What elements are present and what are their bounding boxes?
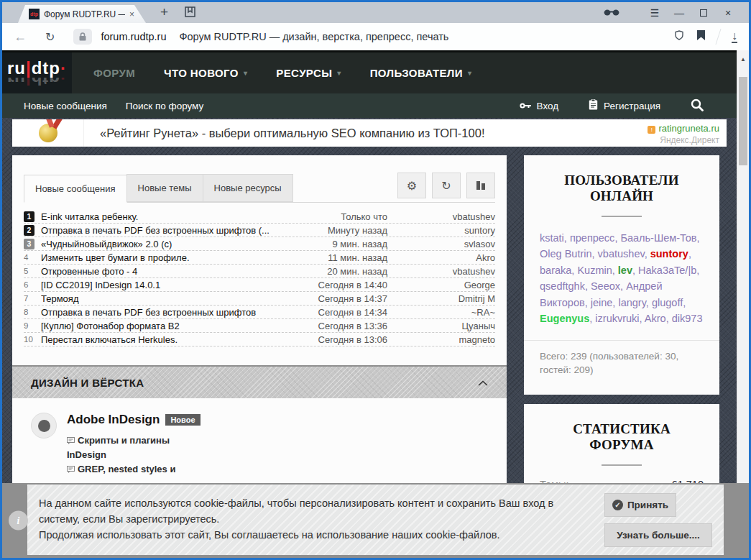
protect-icon[interactable] [674,30,684,43]
cookie-overlay: i На данном сайте используются cookie-фа… [2,483,749,558]
login-link[interactable]: Вход [520,101,559,111]
nav-whats-new[interactable]: ЧТО НОВОГО▾ [164,67,247,79]
url-domain[interactable]: forum.rudtp.ru [101,31,166,42]
thread-user-link[interactable]: George [387,280,495,290]
online-users-title: ПОЛЬЗОВАТЕЛИ ОНЛАЙН [540,173,704,204]
subnav-search-forum[interactable]: Поиск по форуму [126,101,203,111]
online-user-link[interactable]: Haka3aTe/|b [638,265,696,276]
thread-user-link[interactable]: Akro [387,252,495,263]
nav-resources[interactable]: РЕСУРСЫ▾ [276,67,341,79]
ad-text[interactable]: «Рейтинг Рунета» - выбери оптимальную SE… [100,127,604,140]
category-header[interactable]: ДИЗАЙН И ВЁРСТКА [12,365,507,398]
tab-new-resources[interactable]: Новые ресурсы [203,174,293,202]
thread-title-link[interactable]: Изменить цвет бумаги в профиле. [41,252,278,263]
online-user-link[interactable]: vbatushev [598,248,645,260]
ssl-lock-icon[interactable] [73,29,92,45]
bookmark-flag-icon[interactable] [697,30,705,43]
register-link[interactable]: Регистрация [589,99,660,112]
thread-title-link[interactable]: [ID CC2019] InDesign 14.0.1 [41,280,278,290]
chevron-down-icon: ▾ [337,69,341,77]
online-user-link[interactable]: suntory [650,248,688,260]
nav-members[interactable]: ПОЛЬЗОВАТЕЛИ▾ [370,67,472,79]
online-user-link[interactable]: Oleg Butrin [540,248,592,260]
layout-columns-button[interactable] [466,173,495,198]
thread-user-link[interactable]: svlasov [387,239,495,249]
online-user-link[interactable]: glugoff [652,297,683,308]
thread-number: 5 [24,267,41,275]
online-user-link[interactable]: препресс [570,232,614,244]
back-button[interactable]: ← [14,29,27,45]
online-user-link[interactable]: qsedftghk [540,280,585,292]
addressbar-divider [715,29,721,45]
browser-window: dtp Форум RUDTP.RU — диз × + ☰ — × ← ↻ f… [0,0,751,560]
thread-user-link[interactable]: suntory [387,225,495,236]
scroll-up-arrow[interactable]: ▲ [737,50,749,63]
thread-time: Только что [278,211,387,222]
node-title[interactable]: Adobe InDesign [67,413,160,427]
online-user-link[interactable]: Бааль-Шем-Тов [620,232,696,244]
page-scrollbar[interactable]: ▲ [737,50,749,558]
thread-user-link[interactable]: Цуаныч [387,321,495,331]
thread-number: 10 [24,335,41,344]
thread-time: Сегодня в 14:40 [278,280,387,290]
thread-user-link[interactable]: Dmitrij M [387,293,495,304]
online-user-link[interactable]: Eugenyus [540,313,589,324]
thread-title-link[interactable]: Перестал включаться Herkules. [41,334,278,345]
forum-node: Adobe InDesign Новое Скрипты и плагины I… [24,398,495,477]
thread-user-link[interactable]: magneto [387,334,495,345]
thread-user-link[interactable]: ~RA~ [387,307,495,318]
online-user-link[interactable]: lev [618,265,632,276]
search-icon[interactable] [691,98,704,114]
online-user-link[interactable]: jeine [591,297,613,308]
window-close-button[interactable]: × [716,7,740,19]
thread-title-link[interactable]: Термояд [41,293,278,304]
refresh-button[interactable]: ↻ [432,173,461,198]
thread-user-link[interactable]: vbatushev [387,211,495,222]
thread-user-link[interactable]: vbatushev [387,266,495,277]
cookie-accept-button[interactable]: ✓Принять [604,493,676,517]
site-header: ru|dtp· ru|dtp· ФОРУМ ЧТО НОВОГО▾ РЕСУРС… [2,52,737,93]
maximize-button[interactable] [691,7,716,19]
cookie-learn-more-button[interactable]: Узнать больше.... [604,523,712,547]
incognito-glasses-icon [604,6,619,19]
subnav-new-posts[interactable]: Новые сообщения [24,101,107,111]
online-user-link[interactable]: langry [618,297,645,308]
ad-banner[interactable]: «Рейтинг Рунета» - выбери оптимальную SE… [12,119,727,147]
tab-new-posts[interactable]: Новые сообщения [24,175,127,203]
scrollbar-thumb[interactable] [739,77,747,165]
online-user-link[interactable]: Kuzmin [577,265,612,276]
tab-new-threads[interactable]: Новые темы [126,174,203,202]
new-tab-button[interactable]: + [160,4,168,20]
menu-button[interactable]: ☰ [642,7,667,19]
thread-title-link[interactable]: E-ink читалка ребенку. [41,211,278,222]
thread-row: 4Изменить цвет бумаги в профиле.11 мин. … [24,251,495,265]
online-user-link[interactable]: izrukvruki [595,313,639,324]
online-user-link[interactable]: dik973 [672,313,703,324]
subforum-link[interactable]: GREP, nested styles и [67,462,207,477]
browser-tab[interactable]: dtp Форум RUDTP.RU — диз × [18,5,146,23]
online-user-link[interactable]: Akro [645,313,666,324]
online-user-link[interactable]: baraka [540,265,571,276]
online-user-link[interactable]: Seeox [591,280,620,292]
reload-button[interactable]: ↻ [45,30,55,44]
collapse-chevron-icon[interactable] [478,376,488,389]
online-user-link[interactable]: kstati [540,232,564,244]
bookmarks-panel-icon[interactable] [185,6,195,20]
thread-title-link[interactable]: Откровенные фото - 4 [41,266,278,277]
thread-title-link[interactable]: [Куплю] Фотонабор формата B2 [41,321,278,331]
thread-time: Сегодня в 13:36 [278,321,387,331]
site-logo[interactable]: ru|dtp· ru|dtp· [2,52,72,93]
ad-link[interactable]: ratingruneta.ru [658,123,719,134]
nav-forum[interactable]: ФОРУМ [93,67,135,79]
settings-gear-button[interactable]: ⚙ [397,173,426,198]
thread-title-link[interactable]: Отправка в печать PDF без встроенных шри… [41,225,278,236]
thread-time: 9 мин. назад [278,239,387,249]
addressbar: ← ↻ forum.rudtp.ru Форум RUDTP.RU — диза… [2,23,749,50]
thread-number: 7 [24,294,41,303]
subforum-link[interactable]: Скрипты и плагины InDesign [67,433,207,462]
downloads-icon[interactable]: ↓ [732,30,737,43]
tab-close-icon[interactable]: × [129,9,134,19]
minimize-button[interactable]: — [667,7,691,19]
thread-title-link[interactable]: «Чудныйновыйдвижок» 2.0 (с) [41,239,278,249]
thread-title-link[interactable]: Отправка в печать PDF без встроенных шри… [41,307,278,318]
